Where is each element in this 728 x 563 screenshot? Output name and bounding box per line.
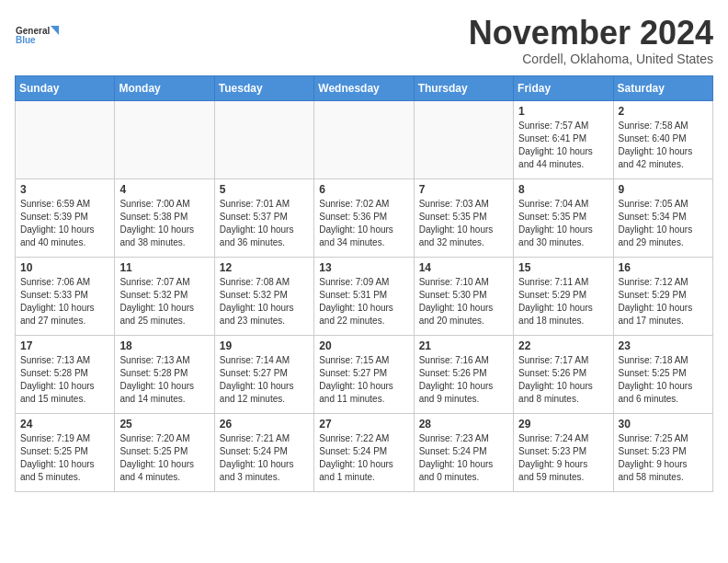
calendar-cell: 8Sunrise: 7:04 AM Sunset: 5:35 PM Daylig…: [514, 178, 613, 257]
day-number: 14: [419, 261, 508, 274]
day-info: Sunrise: 7:24 AM Sunset: 5:23 PM Dayligh…: [518, 432, 608, 484]
weekday-header: Saturday: [613, 75, 712, 100]
calendar-cell: [414, 100, 513, 178]
day-info: Sunrise: 7:14 AM Sunset: 5:27 PM Dayligh…: [220, 354, 309, 406]
calendar-cell: 5Sunrise: 7:01 AM Sunset: 5:37 PM Daylig…: [214, 178, 313, 257]
day-info: Sunrise: 7:13 AM Sunset: 5:28 PM Dayligh…: [20, 354, 109, 406]
weekday-header: Monday: [115, 75, 214, 100]
day-number: 27: [319, 418, 408, 431]
calendar-cell: 10Sunrise: 7:06 AM Sunset: 5:33 PM Dayli…: [16, 257, 115, 335]
day-info: Sunrise: 7:22 AM Sunset: 5:24 PM Dayligh…: [319, 432, 408, 484]
day-info: Sunrise: 7:18 AM Sunset: 5:25 PM Dayligh…: [619, 354, 708, 406]
day-number: 15: [518, 261, 608, 274]
day-info: Sunrise: 7:21 AM Sunset: 5:24 PM Dayligh…: [220, 432, 309, 484]
day-info: Sunrise: 6:59 AM Sunset: 5:39 PM Dayligh…: [20, 198, 109, 249]
day-info: Sunrise: 7:03 AM Sunset: 5:35 PM Dayligh…: [419, 198, 508, 249]
day-info: Sunrise: 7:08 AM Sunset: 5:32 PM Dayligh…: [220, 276, 309, 327]
calendar-cell: 4Sunrise: 7:00 AM Sunset: 5:38 PM Daylig…: [115, 178, 214, 257]
calendar-cell: [16, 100, 115, 178]
weekday-header: Thursday: [414, 75, 513, 100]
day-number: 25: [119, 418, 209, 431]
month-title: November 2024: [469, 15, 713, 52]
calendar-cell: 26Sunrise: 7:21 AM Sunset: 5:24 PM Dayli…: [214, 413, 313, 491]
calendar-cell: 12Sunrise: 7:08 AM Sunset: 5:32 PM Dayli…: [214, 257, 313, 335]
day-info: Sunrise: 7:16 AM Sunset: 5:26 PM Dayligh…: [419, 354, 508, 406]
day-info: Sunrise: 7:23 AM Sunset: 5:24 PM Dayligh…: [419, 432, 508, 484]
calendar-table: SundayMondayTuesdayWednesdayThursdayFrid…: [15, 75, 713, 492]
calendar-cell: [214, 100, 313, 178]
day-number: 18: [119, 339, 209, 352]
calendar-cell: 9Sunrise: 7:05 AM Sunset: 5:34 PM Daylig…: [613, 178, 712, 257]
day-number: 26: [220, 418, 309, 431]
calendar-cell: 27Sunrise: 7:22 AM Sunset: 5:24 PM Dayli…: [314, 413, 414, 491]
day-number: 16: [619, 261, 708, 274]
calendar-cell: 13Sunrise: 7:09 AM Sunset: 5:31 PM Dayli…: [314, 257, 414, 335]
calendar-week-row: 17Sunrise: 7:13 AM Sunset: 5:28 PM Dayli…: [16, 335, 713, 413]
day-info: Sunrise: 7:04 AM Sunset: 5:35 PM Dayligh…: [518, 198, 608, 249]
calendar-cell: 18Sunrise: 7:13 AM Sunset: 5:28 PM Dayli…: [115, 335, 214, 413]
calendar-cell: [314, 100, 414, 178]
calendar-cell: 20Sunrise: 7:15 AM Sunset: 5:27 PM Dayli…: [314, 335, 414, 413]
day-info: Sunrise: 7:07 AM Sunset: 5:32 PM Dayligh…: [119, 276, 209, 327]
calendar-week-row: 1Sunrise: 7:57 AM Sunset: 6:41 PM Daylig…: [16, 100, 713, 178]
day-number: 24: [20, 418, 109, 431]
day-number: 29: [518, 418, 608, 431]
day-info: Sunrise: 7:20 AM Sunset: 5:25 PM Dayligh…: [119, 432, 209, 484]
day-number: 13: [319, 261, 408, 274]
day-info: Sunrise: 7:01 AM Sunset: 5:37 PM Dayligh…: [220, 198, 309, 249]
day-number: 9: [619, 183, 708, 196]
day-number: 30: [619, 418, 708, 431]
day-number: 7: [419, 183, 508, 196]
day-number: 6: [319, 183, 408, 196]
weekday-header: Sunday: [16, 75, 115, 100]
calendar-week-row: 10Sunrise: 7:06 AM Sunset: 5:33 PM Dayli…: [16, 257, 713, 335]
day-info: Sunrise: 7:06 AM Sunset: 5:33 PM Dayligh…: [20, 276, 109, 327]
calendar-week-row: 24Sunrise: 7:19 AM Sunset: 5:25 PM Dayli…: [16, 413, 713, 491]
svg-text:Blue: Blue: [16, 35, 36, 45]
day-number: 19: [220, 339, 309, 352]
day-number: 22: [518, 339, 608, 352]
day-number: 20: [319, 339, 408, 352]
calendar-cell: 25Sunrise: 7:20 AM Sunset: 5:25 PM Dayli…: [115, 413, 214, 491]
day-info: Sunrise: 7:17 AM Sunset: 5:26 PM Dayligh…: [518, 354, 608, 406]
weekday-header: Friday: [514, 75, 613, 100]
calendar-cell: 7Sunrise: 7:03 AM Sunset: 5:35 PM Daylig…: [414, 178, 513, 257]
calendar-cell: 19Sunrise: 7:14 AM Sunset: 5:27 PM Dayli…: [214, 335, 313, 413]
day-number: 11: [119, 261, 209, 274]
weekday-header-row: SundayMondayTuesdayWednesdayThursdayFrid…: [16, 75, 713, 100]
day-info: Sunrise: 7:05 AM Sunset: 5:34 PM Dayligh…: [619, 198, 708, 249]
calendar-cell: 21Sunrise: 7:16 AM Sunset: 5:26 PM Dayli…: [414, 335, 513, 413]
day-info: Sunrise: 7:10 AM Sunset: 5:30 PM Dayligh…: [419, 276, 508, 327]
day-info: Sunrise: 7:19 AM Sunset: 5:25 PM Dayligh…: [20, 432, 109, 484]
day-number: 2: [619, 105, 708, 118]
calendar-cell: 6Sunrise: 7:02 AM Sunset: 5:36 PM Daylig…: [314, 178, 414, 257]
calendar-cell: 3Sunrise: 6:59 AM Sunset: 5:39 PM Daylig…: [16, 178, 115, 257]
day-number: 5: [220, 183, 309, 196]
logo: General Blue: [15, 15, 61, 55]
calendar-cell: 11Sunrise: 7:07 AM Sunset: 5:32 PM Dayli…: [115, 257, 214, 335]
calendar-cell: 29Sunrise: 7:24 AM Sunset: 5:23 PM Dayli…: [514, 413, 613, 491]
calendar-week-row: 3Sunrise: 6:59 AM Sunset: 5:39 PM Daylig…: [16, 178, 713, 257]
logo-svg: General Blue: [15, 15, 61, 55]
day-info: Sunrise: 7:02 AM Sunset: 5:36 PM Dayligh…: [319, 198, 408, 249]
location-title: Cordell, Oklahoma, United States: [469, 52, 713, 66]
day-info: Sunrise: 7:09 AM Sunset: 5:31 PM Dayligh…: [319, 276, 408, 327]
day-info: Sunrise: 7:58 AM Sunset: 6:40 PM Dayligh…: [619, 120, 708, 171]
weekday-header: Tuesday: [214, 75, 313, 100]
day-number: 23: [619, 339, 708, 352]
calendar-cell: 23Sunrise: 7:18 AM Sunset: 5:25 PM Dayli…: [613, 335, 712, 413]
day-number: 17: [20, 339, 109, 352]
calendar-cell: 16Sunrise: 7:12 AM Sunset: 5:29 PM Dayli…: [613, 257, 712, 335]
day-info: Sunrise: 7:12 AM Sunset: 5:29 PM Dayligh…: [619, 276, 708, 327]
title-area: November 2024 Cordell, Oklahoma, United …: [469, 15, 713, 66]
calendar-cell: 1Sunrise: 7:57 AM Sunset: 6:41 PM Daylig…: [514, 100, 613, 178]
day-number: 8: [518, 183, 608, 196]
calendar-cell: 17Sunrise: 7:13 AM Sunset: 5:28 PM Dayli…: [16, 335, 115, 413]
day-number: 28: [419, 418, 508, 431]
calendar-cell: 14Sunrise: 7:10 AM Sunset: 5:30 PM Dayli…: [414, 257, 513, 335]
day-info: Sunrise: 7:13 AM Sunset: 5:28 PM Dayligh…: [119, 354, 209, 406]
calendar-cell: 15Sunrise: 7:11 AM Sunset: 5:29 PM Dayli…: [514, 257, 613, 335]
calendar-cell: 24Sunrise: 7:19 AM Sunset: 5:25 PM Dayli…: [16, 413, 115, 491]
day-info: Sunrise: 7:57 AM Sunset: 6:41 PM Dayligh…: [518, 120, 608, 171]
day-info: Sunrise: 7:11 AM Sunset: 5:29 PM Dayligh…: [518, 276, 608, 327]
